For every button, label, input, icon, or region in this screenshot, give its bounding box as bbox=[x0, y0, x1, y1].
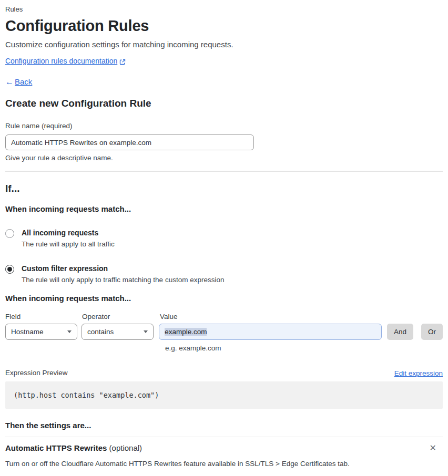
value-input-text: example.com bbox=[165, 328, 207, 336]
expression-preview-label: Expression Preview bbox=[5, 368, 68, 377]
page-subtitle: Customize configuration settings for mat… bbox=[5, 39, 443, 50]
section-divider bbox=[5, 171, 443, 172]
back-link[interactable]: Back bbox=[15, 77, 32, 87]
rule-name-label: Rule name (required) bbox=[5, 121, 443, 130]
chevron-down-icon bbox=[144, 330, 148, 333]
radio-label: Custom filter expression bbox=[22, 264, 224, 273]
page-title: Configuration Rules bbox=[5, 16, 443, 35]
radio-description: The rule will only apply to traffic matc… bbox=[22, 275, 224, 284]
radio-unselected-icon[interactable] bbox=[5, 229, 14, 238]
back-arrow-icon: ← bbox=[5, 77, 14, 87]
rule-name-help: Give your rule a descriptive name. bbox=[5, 153, 443, 162]
close-icon[interactable]: ✕ bbox=[427, 443, 439, 453]
setting-description: Turn on or off the Cloudflare Automatic … bbox=[5, 459, 443, 468]
rule-name-input[interactable] bbox=[5, 134, 254, 150]
configuration-rules-page: Rules Configuration Rules Customize conf… bbox=[0, 0, 448, 476]
chevron-down-icon bbox=[67, 330, 72, 333]
value-input[interactable]: example.com bbox=[159, 324, 382, 340]
radio-description: The rule will apply to all traffic bbox=[22, 240, 115, 249]
setting-optional-tag: (optional) bbox=[109, 443, 142, 452]
expression-preview-code: (http.host contains "example.com") bbox=[5, 381, 443, 409]
create-rule-heading: Create new Configuration Rule bbox=[5, 97, 443, 110]
field-label: Field bbox=[5, 313, 82, 320]
and-button[interactable]: And bbox=[387, 324, 413, 340]
or-button[interactable]: Or bbox=[421, 324, 443, 340]
value-hint: e.g. example.com bbox=[165, 344, 443, 353]
operator-label: Operator bbox=[82, 313, 160, 320]
documentation-link[interactable]: Configuration rules documentation bbox=[5, 56, 117, 66]
field-select-value: Hostname bbox=[11, 328, 44, 336]
radio-option-custom-filter[interactable]: Custom filter expression The rule will o… bbox=[5, 264, 443, 284]
match-label: When incoming requests match... bbox=[5, 204, 443, 214]
if-heading: If... bbox=[5, 182, 443, 195]
setting-card-automatic-https-rewrites: Automatic HTTPS Rewrites (optional) ✕ Tu… bbox=[5, 437, 443, 476]
radio-selected-icon[interactable] bbox=[5, 265, 14, 274]
radio-label: All incoming requests bbox=[22, 229, 115, 237]
setting-title: Automatic HTTPS Rewrites bbox=[5, 443, 107, 452]
value-label: Value bbox=[160, 313, 178, 320]
builder-match-label: When incoming requests match... bbox=[5, 293, 443, 303]
radio-option-all-requests[interactable]: All incoming requests The rule will appl… bbox=[5, 229, 443, 249]
field-select[interactable]: Hostname bbox=[5, 324, 77, 340]
external-link-icon bbox=[119, 58, 126, 64]
breadcrumb: Rules bbox=[5, 5, 443, 14]
operator-select-value: contains bbox=[87, 328, 114, 336]
edit-expression-link[interactable]: Edit expression bbox=[394, 369, 443, 377]
then-settings-label: Then the settings are... bbox=[5, 420, 443, 430]
operator-select[interactable]: contains bbox=[82, 324, 154, 340]
